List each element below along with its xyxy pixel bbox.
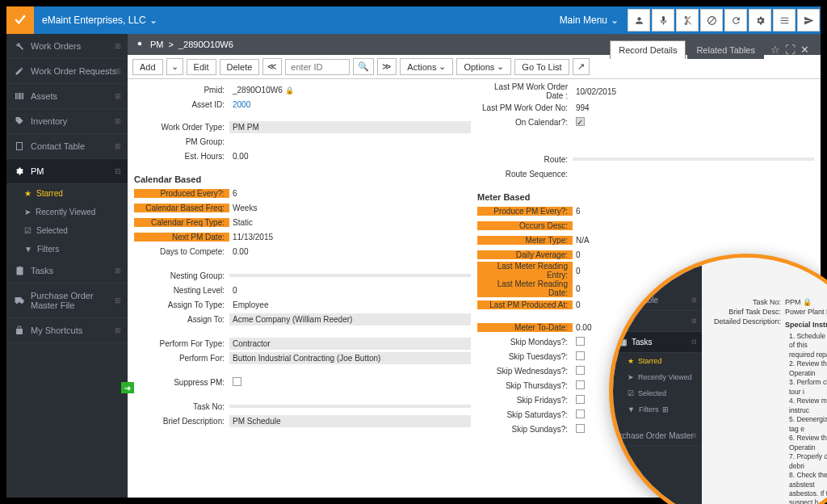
sidebar-item-assets[interactable]: Assets⊞: [6, 84, 128, 109]
close-icon[interactable]: ✕: [800, 44, 809, 56]
sidebar-item-work-orders[interactable]: Work Orders⊞: [6, 34, 128, 59]
add-dropdown[interactable]: ⌄: [166, 58, 183, 75]
skipmon-label: Skip Mondays?:: [477, 338, 573, 346]
mic-icon[interactable]: [652, 9, 674, 32]
pmid-label: Pmid:: [134, 86, 229, 94]
assignto-value: Acme Company (William Reeder): [229, 313, 471, 326]
next-button[interactable]: ≫: [377, 58, 397, 75]
main-menu[interactable]: Main Menu ⌄: [552, 15, 627, 26]
calfreq-value: Weeks: [229, 202, 471, 214]
briefdesc-value: PM Schedule: [229, 415, 471, 427]
skiptue-label: Skip Tuesdays?:: [477, 352, 573, 361]
goto-list-button[interactable]: Go To List: [514, 59, 569, 75]
check-icon: ☑: [24, 226, 31, 235]
lock-icon: [15, 326, 24, 335]
sidebar-item-tasks[interactable]: Tasks⊞: [6, 258, 128, 284]
daystocomp-label: Days to Compete:: [134, 247, 229, 256]
routeseq-label: Route Sequence:: [477, 170, 573, 178]
prev-button[interactable]: ≪: [262, 58, 282, 75]
tab-record-details[interactable]: Record Details: [610, 40, 686, 59]
zoom-taskno-label: Task No:: [708, 298, 785, 306]
star-icon[interactable]: ☆: [770, 44, 780, 56]
zoom-sb-tasks[interactable]: ▦Tasks⊟: [613, 332, 702, 353]
filter-icon: ▼: [24, 245, 32, 254]
actions-button[interactable]: Actions ⌄: [400, 58, 453, 75]
pmid-value: _2890O10W6 🔒: [229, 84, 471, 96]
wotype-value: PM PM: [229, 121, 471, 133]
gears-icon: [15, 166, 24, 176]
zoom-taskno-value: PPM 🔒: [785, 298, 827, 306]
zoom-brief-label: Brief Task Desc:: [708, 308, 785, 316]
edit-button[interactable]: Edit: [187, 59, 216, 75]
book-icon: [15, 141, 24, 151]
tab-related-tables[interactable]: Related Tables: [687, 40, 764, 59]
pmgroup-value: [229, 140, 471, 143]
zoom-sub-starred[interactable]: ★Starred: [613, 353, 702, 369]
zoom-sb-po[interactable]: rchase Order Master⊞: [613, 426, 702, 447]
oncal-checkbox[interactable]: ✓: [573, 116, 814, 128]
zoom-sub-recent[interactable]: ➤Recently Viewed: [613, 369, 702, 385]
perftype-value: Contractor: [229, 338, 471, 350]
sidebar-item-po-master[interactable]: Purchase Order Master File⊞: [6, 284, 128, 318]
search-button[interactable]: 🔍: [353, 58, 374, 75]
lastpmprod-label: Last PM Produced At:: [477, 300, 573, 309]
lastmeterdate-label: Last Meter Reading Date:: [477, 279, 573, 297]
oncal-label: On Calendar?:: [477, 118, 573, 127]
app-logo: [6, 6, 34, 34]
assetid-link[interactable]: 2000: [229, 99, 471, 111]
calendar-based-header: Calendar Based: [134, 171, 471, 186]
assetid-label: Asset ID:: [134, 100, 229, 109]
expand-icon[interactable]: ⛶: [785, 44, 796, 56]
lastpmdate-value: 10/02/2015: [573, 86, 814, 98]
enter-id-input[interactable]: [285, 59, 350, 75]
nextpm-value: 11/13/2015: [229, 231, 471, 243]
meter-based-header: Meter Based: [477, 189, 814, 204]
dailyavg-label: Daily Average:: [477, 250, 573, 259]
gear-icon[interactable]: [749, 9, 771, 32]
lastmeterentry-label: Last Meter Reading Entry:: [477, 262, 573, 279]
taskno-label: Task No:: [134, 402, 229, 411]
skipfri-label: Skip Fridays?:: [477, 396, 573, 405]
sidebar-item-shortcuts[interactable]: My Shortcuts⊞: [6, 318, 128, 343]
truck-icon: [15, 296, 24, 305]
nextpm-label: Next PM Date:: [134, 233, 229, 242]
briefdesc-label: Brief Description:: [134, 417, 229, 426]
delete-button[interactable]: Delete: [220, 59, 260, 75]
sidebar-sub-filters[interactable]: ▼Filters⊞: [6, 240, 128, 258]
sidebar-item-inventory[interactable]: Inventory⊞: [6, 109, 128, 134]
lock-icon: 🔒: [285, 86, 294, 94]
perftype-label: Perform For Type:: [134, 339, 229, 348]
assigntype-label: Assign To Type:: [134, 300, 229, 309]
suppress-label: Suppress PM:: [134, 378, 229, 387]
zoom-special-header: Special Instructions:: [785, 321, 827, 329]
block-icon[interactable]: [700, 9, 723, 32]
zoom-sub-filters[interactable]: ▼Filters⊞: [613, 401, 702, 418]
lastpmno-value: 994: [573, 102, 814, 114]
user-icon[interactable]: [628, 9, 650, 32]
list-icon[interactable]: [773, 9, 796, 32]
calfreqtype-value: Static: [229, 216, 471, 229]
sidebar-item-contact-table[interactable]: Contact Table⊞: [6, 134, 128, 159]
sidebar-item-wo-requests[interactable]: Work Order Requests⊞: [6, 59, 128, 84]
route-value: [573, 158, 814, 161]
company-selector[interactable]: eMaint Enterprises, LLC ⌄: [34, 15, 166, 26]
chevron-down-icon: ⌄: [149, 15, 157, 26]
suppress-value[interactable]: [229, 376, 471, 389]
sidebar-item-pm[interactable]: PM⊟: [6, 159, 128, 184]
daystocomp-value: 0.00: [229, 246, 471, 258]
refresh-icon[interactable]: [724, 9, 747, 32]
export-button[interactable]: ↗: [573, 58, 590, 75]
add-button[interactable]: Add: [132, 59, 163, 75]
sidebar-sub-recent[interactable]: ➤Recently Viewed: [6, 203, 128, 221]
send-icon[interactable]: [797, 9, 820, 32]
options-button[interactable]: Options ⌄: [456, 58, 511, 75]
occurs-label: Occurs Desc:: [477, 221, 573, 230]
zoom-brief-value: Power Plant Maintenance: [785, 308, 827, 316]
metertype-label: Meter Type:: [477, 236, 573, 245]
cut-icon[interactable]: [676, 9, 699, 32]
occurs-value: [573, 224, 814, 227]
sidebar-sub-selected[interactable]: ☑Selected: [6, 221, 128, 240]
sidebar-collapse-button[interactable]: ➜: [121, 382, 134, 393]
zoom-sub-selected[interactable]: ☑Selected: [613, 385, 702, 401]
sidebar-sub-starred[interactable]: ★Starred: [6, 184, 128, 203]
